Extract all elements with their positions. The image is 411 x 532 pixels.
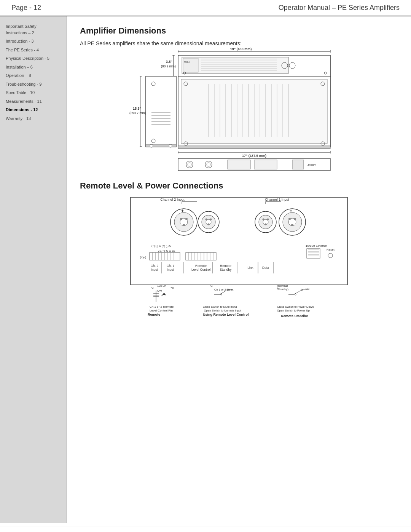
sidebar-item-introduction[interactable]: Introduction - 3 [4, 37, 62, 46]
svg-rect-75 [131, 197, 347, 285]
svg-rect-73 [292, 160, 304, 169]
svg-text:10k Lin: 10k Lin [157, 284, 166, 288]
svg-text:(393.7 mm): (393.7 mm) [129, 111, 146, 115]
svg-text:2  1  +5 G  G  SB: 2 1 +5 G G SB [158, 249, 175, 252]
svg-point-87 [183, 224, 185, 226]
svg-text:To Mute Input: To Mute Input [209, 317, 231, 317]
svg-text:Close Switch to Mute Input: Close Switch to Mute Input [203, 305, 237, 308]
svg-point-104 [288, 218, 291, 220]
remote-level-title: Remote Level & Power Connections [80, 181, 398, 191]
manual-title: Operator Manual – PE Series Amplifiers [279, 4, 400, 12]
svg-text:Standby): Standby) [277, 288, 289, 291]
svg-point-94 [207, 224, 209, 225]
svg-rect-120 [307, 249, 320, 258]
svg-rect-61 [178, 146, 330, 149]
remote-svg: Channel 2 Input Channel 1 Input + [129, 195, 349, 317]
sidebar-item-safety[interactable]: Important SafetyInstructions – 2 [4, 22, 62, 37]
sidebar-item-installation[interactable]: Installation – 6 [4, 63, 62, 72]
sidebar-item-operation[interactable]: Operation – 8 [4, 71, 62, 80]
page-header: Page - 12 Operator Manual – PE Series Am… [0, 0, 411, 16]
svg-marker-165 [162, 293, 166, 295]
svg-point-105 [294, 218, 296, 220]
svg-point-34 [169, 144, 172, 147]
sidebar-item-spec-table[interactable]: Spec Table - 10 [4, 88, 62, 97]
svg-point-85 [180, 218, 182, 220]
svg-text:Level Control: Level Control [145, 317, 167, 317]
svg-rect-2 [183, 58, 198, 72]
svg-text:Level Control Pin: Level Control Pin [150, 309, 173, 312]
dimensions-diagram: ASHLY 3.5" ( [80, 53, 398, 171]
svg-rect-24 [146, 76, 176, 147]
svg-point-172 [220, 294, 222, 295]
svg-text:Reset: Reset [327, 248, 335, 251]
svg-text:Open Switch to Unmute Input: Open Switch to Unmute Input [204, 309, 242, 312]
svg-point-98 [262, 219, 264, 220]
sidebar-item-dimensions[interactable]: Dimensions - 12 [4, 105, 62, 114]
svg-text:(+)(-): (+)(-) [140, 256, 146, 259]
svg-point-86 [185, 218, 188, 220]
svg-text:Remote: Remote [148, 313, 160, 316]
main-layout: Important SafetyInstructions – 2 Introdu… [0, 16, 411, 523]
svg-text:Channel 2 Input: Channel 2 Input [160, 198, 185, 201]
svg-text:Ch 1 or 2 Remote: Ch 1 or 2 Remote [150, 305, 174, 308]
svg-rect-72 [254, 160, 277, 169]
svg-text:Ch. 2: Ch. 2 [150, 264, 158, 268]
svg-text:Remote Standby: Remote Standby [281, 314, 308, 317]
svg-text:SB: SB [306, 287, 309, 291]
page-footer: Copyright© 2007 – Ashly Audio Inc. [0, 527, 411, 532]
sidebar-item-troubleshooting[interactable]: Troubleshooting - 9 [4, 80, 62, 89]
amplifier-dimensions-subtitle: All PE Series amplifiers share the same … [80, 40, 398, 46]
svg-text:15.5": 15.5" [133, 107, 141, 110]
page-content: Amplifier Dimensions All PE Series ampli… [67, 16, 411, 523]
svg-text:19" (483 mm): 19" (483 mm) [230, 47, 251, 51]
svg-text:Standby: Standby [220, 268, 232, 272]
amplifier-dimensions-title: Amplifier Dimensions [80, 26, 398, 36]
svg-text:Link: Link [247, 266, 253, 270]
svg-point-93 [210, 219, 212, 220]
svg-line-186 [295, 291, 301, 294]
svg-text:Channel 1 Input: Channel 1 Input [265, 198, 289, 201]
svg-point-100 [264, 224, 266, 225]
svg-text:Level Control: Level Control [191, 268, 210, 272]
remote-diagram: Channel 2 Input Channel 1 Input + [80, 195, 398, 317]
svg-text:Remote: Remote [195, 264, 207, 268]
svg-point-127 [328, 253, 333, 258]
svg-text:Data: Data [262, 266, 269, 270]
svg-point-99 [267, 219, 269, 220]
svg-text:(+) (-) G (+) (-) G: (+) (-) G (+) (-) G [151, 244, 171, 248]
svg-text:17" (437.5 mm): 17" (437.5 mm) [242, 154, 266, 158]
svg-text:(88.9 mm): (88.9 mm) [161, 64, 176, 68]
svg-text:+5: +5 [170, 286, 174, 289]
svg-text:Close Switch to Power Down: Close Switch to Power Down [277, 305, 314, 308]
svg-point-33 [150, 144, 153, 147]
svg-text:+: + [290, 208, 292, 214]
svg-point-185 [295, 294, 296, 295]
svg-text:Remote: Remote [220, 264, 231, 268]
svg-text:G: G [151, 286, 154, 289]
svg-text:Using Remote Level Control: Using Remote Level Control [203, 313, 249, 316]
svg-rect-71 [228, 160, 250, 169]
svg-text:Input: Input [167, 268, 174, 272]
sidebar-item-measurements[interactable]: Measurements - 11 [4, 97, 62, 106]
svg-text:G: G [210, 284, 213, 288]
svg-text:+: + [181, 208, 184, 214]
svg-text:Ch. 1: Ch. 1 [166, 264, 174, 268]
svg-point-187 [301, 289, 303, 291]
svg-text:CW: CW [157, 289, 162, 292]
svg-text:ASHLY: ASHLY [184, 61, 190, 63]
svg-text:Input: Input [151, 268, 158, 272]
sidebar-item-warranty[interactable]: Warranty - 13 [4, 114, 62, 123]
svg-text:G: G [285, 284, 287, 288]
svg-point-92 [205, 219, 207, 220]
sidebar-item-physical[interactable]: Physical Description - 5 [4, 54, 62, 63]
page-number: Page - 12 [11, 4, 41, 12]
svg-text:3.5": 3.5" [166, 60, 172, 64]
svg-text:10/100 Ethernet: 10/100 Ethernet [306, 244, 328, 248]
sidebar: Important SafetyInstructions – 2 Introdu… [0, 16, 67, 523]
svg-text:Ch 1 or 2 Rem.: Ch 1 or 2 Rem. [214, 288, 234, 291]
svg-point-106 [291, 224, 293, 226]
svg-text:Open Switch to Power Up: Open Switch to Power Up [277, 309, 310, 312]
sidebar-item-pe-series[interactable]: The PE Series - 4 [4, 46, 62, 54]
svg-text:ASHLY: ASHLY [307, 164, 316, 166]
dimensions-svg: ASHLY 3.5" ( [132, 53, 346, 171]
